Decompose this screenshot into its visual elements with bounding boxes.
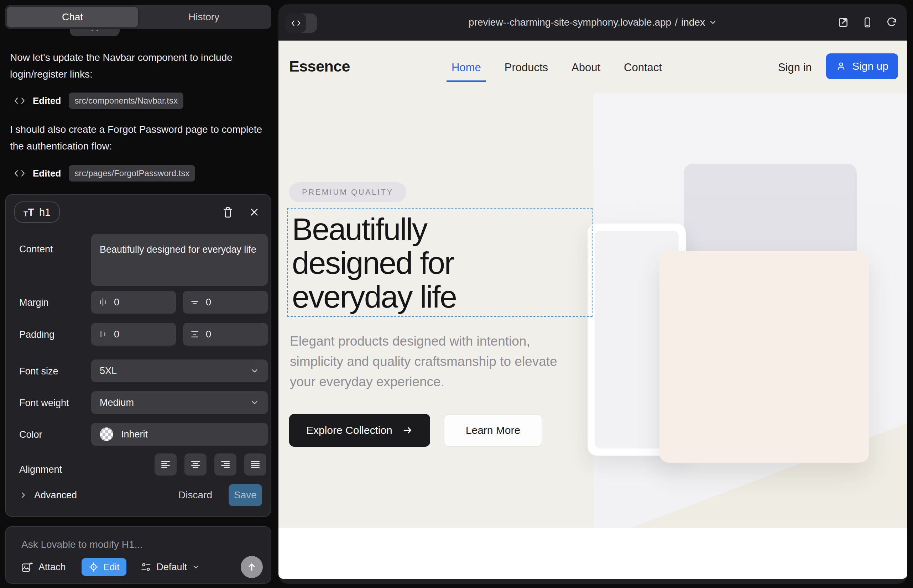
element-tag-label: h1 <box>39 207 50 218</box>
arrow-right-icon <box>402 425 413 436</box>
margin-label: Margin <box>19 297 49 308</box>
padding-vertical-icon <box>190 330 199 339</box>
alignment-label: Alignment <box>19 464 62 475</box>
edit-mode-button[interactable]: Edit <box>81 558 127 576</box>
open-external-icon[interactable] <box>837 17 849 28</box>
mobile-view-icon[interactable] <box>862 17 873 28</box>
editor-footer: Advanced Discard Save <box>19 484 262 507</box>
save-button[interactable]: Save <box>228 484 262 506</box>
default-label: Default <box>156 562 187 573</box>
color-select[interactable]: Inherit <box>91 423 268 446</box>
app-window: Chat History Now let's update the Navbar… <box>0 0 913 588</box>
font-size-select[interactable]: 5XL <box>91 360 268 382</box>
scrolled-chip-partial <box>70 29 120 36</box>
advanced-toggle[interactable]: Advanced <box>19 490 77 501</box>
preview-frame: preview--charming-site-symphony.lovable.… <box>278 4 907 584</box>
hero-heading-line3: everyday life <box>292 279 456 314</box>
color-label: Color <box>19 429 42 440</box>
hero-heading[interactable]: Beautifully designed for everyday life <box>292 212 456 313</box>
send-button[interactable] <box>241 556 263 578</box>
padding-label: Padding <box>19 329 55 340</box>
attach-button[interactable]: Attach <box>21 561 66 573</box>
edited-file-chip[interactable]: src/components/Navbar.tsx <box>69 92 183 109</box>
explore-collection-button[interactable]: Explore Collection <box>289 414 430 447</box>
content-input[interactable]: Beautifully designed for everyday life <box>91 234 268 286</box>
decor-card-cream <box>659 251 869 463</box>
align-right-button[interactable] <box>214 454 236 475</box>
discard-button[interactable]: Discard <box>178 489 212 501</box>
assistant-message: Now let's update the Navbar component to… <box>10 49 263 82</box>
tab-history[interactable]: History <box>138 7 270 27</box>
refresh-icon[interactable] <box>886 17 897 28</box>
browser-chrome: preview--charming-site-symphony.lovable.… <box>278 4 907 40</box>
nav-link-about[interactable]: About <box>571 61 601 74</box>
url-separator: / <box>675 17 678 28</box>
close-editor-button[interactable] <box>246 204 262 220</box>
hero-description: Elegant products designed with intention… <box>290 331 578 392</box>
align-justify-button[interactable] <box>244 454 266 475</box>
sign-up-button[interactable]: Sign up <box>826 53 898 79</box>
learn-more-button[interactable]: Learn More <box>444 414 542 447</box>
tab-chat[interactable]: Chat <box>7 7 138 27</box>
site-logo[interactable]: Essence <box>289 58 350 75</box>
chevron-down-icon <box>250 366 259 375</box>
edited-file-row: Edited src/components/Navbar.tsx <box>14 92 183 110</box>
font-weight-label: Font weight <box>19 397 69 409</box>
chevron-down-icon <box>250 398 259 407</box>
chrome-actions <box>837 4 897 40</box>
align-justify-icon <box>249 459 261 470</box>
typography-icon: TT <box>24 207 34 218</box>
color-swatch <box>100 428 113 441</box>
nav-link-home[interactable]: Home <box>452 61 481 74</box>
attach-image-icon <box>21 561 33 573</box>
sign-in-link[interactable]: Sign in <box>778 61 812 74</box>
model-default-button[interactable]: Default <box>141 562 200 573</box>
nav-link-products[interactable]: Products <box>505 61 548 74</box>
margin-y-input[interactable]: 0 <box>183 291 268 313</box>
margin-vertical-icon <box>190 297 199 307</box>
align-left-icon <box>160 459 171 470</box>
chat-composer: Attach Edit Default <box>5 526 271 584</box>
url-path: index <box>681 17 705 28</box>
selected-element-chip: TT h1 <box>14 202 60 223</box>
delete-element-button[interactable] <box>220 204 236 220</box>
align-right-icon <box>220 459 231 470</box>
advanced-label: Advanced <box>34 490 77 501</box>
font-weight-select[interactable]: Medium <box>91 391 268 414</box>
margin-x-input[interactable]: 0 <box>91 291 176 313</box>
nav-link-contact[interactable]: Contact <box>624 61 662 74</box>
preview-url-bar[interactable]: preview--charming-site-symphony.lovable.… <box>278 4 907 40</box>
trash-icon <box>223 207 233 218</box>
explore-collection-label: Explore Collection <box>306 424 392 436</box>
site-nav-links: Home Products About Contact <box>452 61 662 74</box>
padding-horizontal-icon <box>98 330 108 339</box>
alignment-group <box>155 454 266 475</box>
chevron-down-icon <box>192 563 200 571</box>
editor-header: TT h1 <box>14 201 262 223</box>
font-size-value: 5XL <box>100 365 117 376</box>
premium-quality-badge: PREMIUM QUALITY <box>289 182 406 202</box>
chat-history-tabbar: Chat History <box>5 5 271 29</box>
url-domain: preview--charming-site-symphony.lovable.… <box>469 17 671 28</box>
user-icon <box>836 61 847 71</box>
align-left-button[interactable] <box>155 454 176 475</box>
sliders-icon <box>141 562 151 572</box>
composer-input[interactable] <box>21 539 253 550</box>
padding-x-input[interactable]: 0 <box>91 323 176 346</box>
edited-file-chip[interactable]: src/pages/ForgotPassword.tsx <box>69 165 195 181</box>
arrow-up-icon <box>247 562 257 572</box>
target-icon <box>89 562 99 572</box>
align-center-icon <box>190 459 201 470</box>
hero-heading-line2: designed for <box>292 245 454 281</box>
code-icon <box>14 169 25 178</box>
font-weight-value: Medium <box>100 397 134 408</box>
align-center-button[interactable] <box>185 454 207 475</box>
edited-file-row: Edited src/pages/ForgotPassword.tsx <box>14 165 195 182</box>
chevron-down-icon <box>709 18 717 27</box>
chevron-right-icon <box>19 491 27 499</box>
edit-label: Edit <box>104 562 120 573</box>
chat-sidebar: Chat History Now let's update the Navbar… <box>0 0 278 588</box>
edited-label: Edited <box>33 168 61 179</box>
padding-y-input[interactable]: 0 <box>183 323 268 346</box>
font-size-label: Font size <box>19 366 58 377</box>
